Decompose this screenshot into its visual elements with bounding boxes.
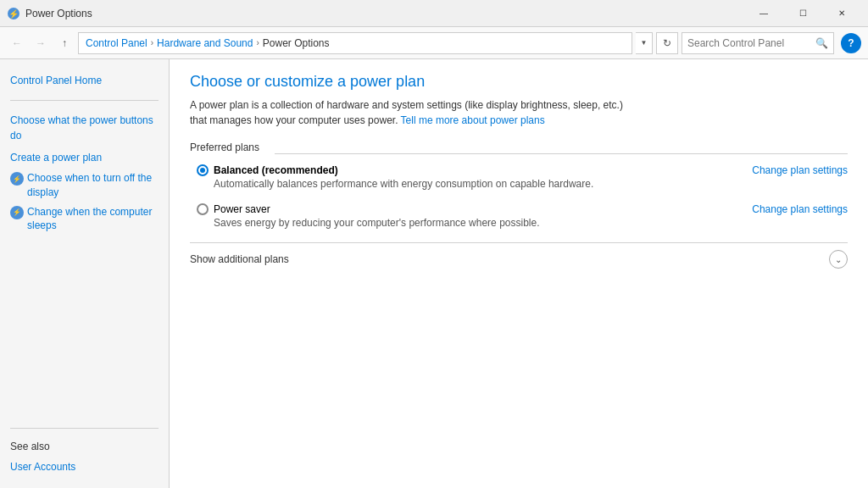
sidebar-divider-1 xyxy=(10,100,159,101)
plan-name-power-saver: Power saver xyxy=(214,203,270,215)
forward-button[interactable]: → xyxy=(31,33,51,53)
back-button[interactable]: ← xyxy=(7,33,27,53)
breadcrumb-control-panel[interactable]: Control Panel xyxy=(86,37,147,49)
turn-off-display-icon xyxy=(10,172,24,186)
restore-button[interactable]: ☐ xyxy=(783,0,822,27)
svg-text:⚡: ⚡ xyxy=(8,8,19,19)
tell-me-more-link[interactable]: Tell me more about power plans xyxy=(401,114,545,126)
plan-radio-power-saver[interactable] xyxy=(197,203,209,215)
sidebar: Control Panel Home Choose what the power… xyxy=(0,59,170,488)
breadcrumb-sep-2: › xyxy=(256,38,259,47)
sidebar-item-create-power-plan[interactable]: Create a power plan xyxy=(0,147,169,169)
plan-desc-balanced: Automatically balances performance with … xyxy=(197,178,848,190)
plan-radio-label-power-saver: Power saver xyxy=(197,203,270,215)
sidebar-item-user-accounts[interactable]: User Accounts xyxy=(0,456,169,478)
address-dropdown-button[interactable]: ▼ xyxy=(636,32,653,54)
section-divider xyxy=(275,153,848,154)
plan-item-balanced: Balanced (recommended) Change plan setti… xyxy=(190,164,848,190)
plan-radio-label-balanced: Balanced (recommended) xyxy=(197,164,338,176)
preferred-plans-label: Preferred plans xyxy=(190,141,259,153)
chevron-down-icon: ⌄ xyxy=(829,250,848,269)
see-also-label: See also xyxy=(0,437,169,456)
up-button[interactable]: ↑ xyxy=(54,33,75,53)
show-additional-label: Show additional plans xyxy=(190,253,289,265)
breadcrumb-sep-1: › xyxy=(151,38,153,47)
main-layout: Control Panel Home Choose what the power… xyxy=(0,59,868,488)
address-path: Control Panel › Hardware and Sound › Pow… xyxy=(78,32,632,54)
help-button[interactable]: ? xyxy=(841,33,861,53)
breadcrumb-hardware-sound[interactable]: Hardware and Sound xyxy=(157,37,253,49)
title-bar: ⚡ Power Options — ☐ ✕ xyxy=(0,0,868,27)
window-controls: — ☐ ✕ xyxy=(744,0,861,27)
plan-desc-power-saver: Saves energy by reducing your computer's… xyxy=(197,217,848,229)
change-plan-link-power-saver[interactable]: Change plan settings xyxy=(752,203,848,215)
turn-off-display-label: Choose when to turn off the display xyxy=(27,171,159,200)
plan-name-balanced: Balanced (recommended) xyxy=(214,164,338,176)
sidebar-item-turn-off-display[interactable]: Choose when to turn off the display xyxy=(0,169,169,202)
refresh-button[interactable]: ↻ xyxy=(656,32,678,54)
change-plan-link-balanced[interactable]: Change plan settings xyxy=(752,164,848,176)
breadcrumb-power-options: Power Options xyxy=(263,37,330,49)
plan-row-balanced: Balanced (recommended) Change plan setti… xyxy=(197,164,848,176)
preferred-plans-section: Preferred plans Balanced (recommended) C… xyxy=(190,141,848,269)
address-bar: ← → ↑ Control Panel › Hardware and Sound… xyxy=(0,27,868,59)
search-box: 🔍 xyxy=(682,32,834,54)
sidebar-item-power-buttons[interactable]: Choose what the power buttons do xyxy=(0,109,169,147)
search-icon[interactable]: 🔍 xyxy=(815,37,828,49)
page-title: Choose or customize a power plan xyxy=(190,73,848,91)
plan-item-power-saver: Power saver Change plan settings Saves e… xyxy=(190,203,848,229)
plan-radio-balanced[interactable] xyxy=(197,164,209,176)
sidebar-item-change-sleep[interactable]: Change when the computer sleeps xyxy=(0,202,169,236)
window-title: Power Options xyxy=(25,8,744,19)
app-icon: ⚡ xyxy=(7,7,20,20)
sidebar-divider-2 xyxy=(10,428,159,429)
search-input[interactable] xyxy=(687,37,815,49)
plan-row-power-saver: Power saver Change plan settings xyxy=(197,203,848,215)
change-sleep-label: Change when the computer sleeps xyxy=(27,205,159,234)
show-additional-plans[interactable]: Show additional plans ⌄ xyxy=(190,242,848,269)
sidebar-item-control-panel-home[interactable]: Control Panel Home xyxy=(0,69,169,92)
change-sleep-icon xyxy=(10,206,24,219)
minimize-button[interactable]: — xyxy=(744,0,783,27)
content-description: A power plan is a collection of hardware… xyxy=(190,97,639,128)
close-button[interactable]: ✕ xyxy=(822,0,861,27)
content-area: Choose or customize a power plan A power… xyxy=(170,59,868,488)
